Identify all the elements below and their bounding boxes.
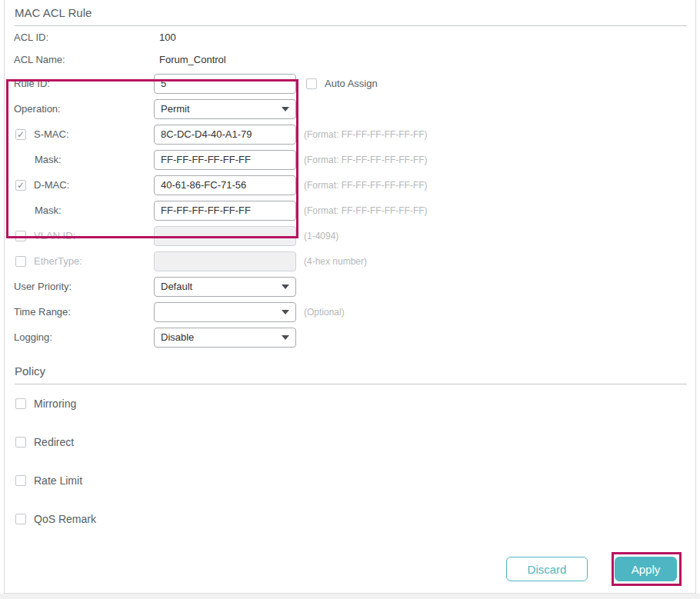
policy-section-title: Policy [5, 350, 695, 378]
rate-limit-label: Rate Limit [34, 474, 82, 487]
vlan-id-range-hint: (1-4094) [304, 231, 338, 241]
qos-remark-label: QoS Remark [34, 513, 96, 525]
user-priority-select[interactable]: Default [154, 277, 296, 297]
qos-remark-checkbox[interactable] [15, 514, 26, 524]
redirect-label: Redirect [34, 436, 74, 448]
s-mac-row: S-MAC: (Format: FF-FF-FF-FF-FF-FF) [5, 121, 695, 147]
mirroring-label: Mirroring [34, 398, 76, 410]
time-range-row: Time Range: (Optional) [5, 299, 695, 324]
d-mac-checkbox[interactable] [15, 180, 26, 191]
chevron-down-icon [282, 285, 289, 289]
logging-label: Logging: [14, 331, 154, 343]
redirect-checkbox[interactable] [15, 437, 26, 448]
s-mac-format-hint: (Format: FF-FF-FF-FF-FF-FF) [304, 129, 428, 140]
s-mac-input[interactable] [154, 125, 296, 145]
s-mask-input[interactable] [154, 150, 296, 170]
time-range-label: Time Range: [14, 306, 154, 318]
ethertype-checkbox[interactable] [15, 256, 26, 267]
acl-name-value: Forum_Control [154, 54, 226, 65]
page-bottom-strip [0, 594, 700, 599]
policy-option-row: Mirroring [5, 384, 695, 423]
operation-label: Operation: [14, 103, 154, 115]
vlan-id-label: VLAN ID: [34, 230, 75, 241]
apply-button[interactable]: Apply [615, 557, 677, 581]
d-mask-label: Mask: [35, 205, 62, 216]
acl-name-row: ACL Name: Forum_Control [5, 48, 695, 71]
s-mac-checkbox[interactable] [15, 129, 26, 140]
policy-option-row: QoS Remark [5, 500, 695, 538]
acl-id-value: 100 [154, 32, 176, 43]
d-mask-input[interactable] [154, 201, 296, 221]
auto-assign-label: Auto Assign [325, 78, 378, 89]
s-mask-format-hint: (Format: FF-FF-FF-FF-FF-FF) [304, 155, 428, 165]
operation-select[interactable]: Permit [154, 99, 296, 119]
auto-assign-checkbox[interactable] [306, 78, 317, 89]
mirroring-checkbox[interactable] [15, 398, 26, 409]
user-priority-label: User Priority: [14, 281, 154, 292]
ethertype-format-hint: (4-hex number) [304, 256, 367, 267]
acl-id-row: ACL ID: 100 [5, 26, 695, 48]
ethertype-row: EtherType: (4-hex number) [5, 248, 695, 274]
d-mac-row: D-MAC: (Format: FF-FF-FF-FF-FF-FF) [5, 172, 695, 198]
rule-id-input[interactable] [154, 74, 296, 94]
rate-limit-checkbox[interactable] [15, 475, 26, 486]
mac-acl-rule-page: MAC ACL Rule ACL ID: 100 ACL Name: Forum… [0, 0, 700, 599]
acl-name-label: ACL Name: [14, 54, 154, 65]
operation-value: Permit [161, 103, 190, 115]
logging-select[interactable]: Disable [154, 328, 296, 348]
discard-button[interactable]: Discard [506, 557, 588, 581]
user-priority-row: User Priority: Default [5, 274, 695, 299]
user-priority-value: Default [161, 281, 192, 292]
logging-value: Disable [161, 331, 194, 343]
d-mac-format-hint: (Format: FF-FF-FF-FF-FF-FF) [304, 180, 428, 191]
mac-acl-rule-panel: MAC ACL Rule ACL ID: 100 ACL Name: Forum… [4, 0, 696, 594]
chevron-down-icon [282, 335, 289, 340]
policy-option-row: Rate Limit [5, 461, 695, 500]
page-title: MAC ACL Rule [5, 0, 695, 19]
action-button-bar: Discard Apply [506, 557, 677, 581]
operation-row: Operation: Permit [5, 96, 695, 121]
s-mac-label: S-MAC: [34, 128, 69, 140]
vlan-id-row: VLAN ID: (1-4094) [5, 223, 695, 248]
d-mask-row: Mask: (Format: FF-FF-FF-FF-FF-FF) [5, 198, 695, 223]
policy-option-row: Redirect [5, 423, 695, 461]
rule-id-label: Rule ID: [14, 78, 154, 89]
vlan-id-checkbox[interactable] [15, 231, 26, 241]
s-mask-row: Mask: (Format: FF-FF-FF-FF-FF-FF) [5, 147, 695, 172]
vlan-id-input [154, 226, 296, 246]
logging-row: Logging: Disable [5, 324, 695, 350]
s-mask-label: Mask: [35, 154, 62, 165]
d-mac-input[interactable] [154, 175, 296, 195]
time-range-select[interactable] [154, 302, 296, 322]
time-range-optional-hint: (Optional) [304, 307, 345, 318]
chevron-down-icon [282, 310, 289, 314]
ethertype-label: EtherType: [34, 255, 82, 267]
d-mac-label: D-MAC: [34, 179, 69, 191]
ethertype-input [154, 251, 296, 271]
rule-id-row: Rule ID: Auto Assign [5, 71, 695, 96]
d-mask-format-hint: (Format: FF-FF-FF-FF-FF-FF) [304, 205, 428, 216]
acl-id-label: ACL ID: [14, 32, 154, 43]
chevron-down-icon [282, 107, 289, 111]
